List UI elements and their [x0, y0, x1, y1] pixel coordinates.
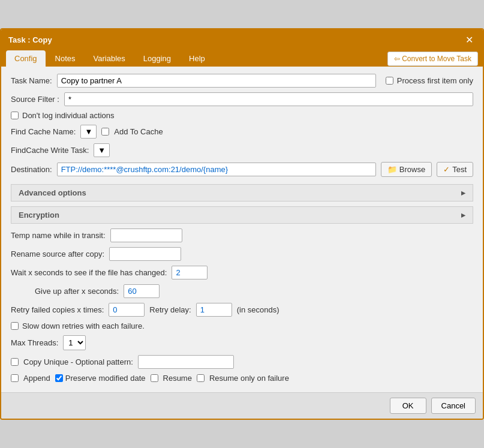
tab-help[interactable]: Help	[181, 50, 214, 67]
encryption-toggle-icon: ▸	[461, 211, 465, 220]
give-up-input[interactable]	[124, 284, 160, 298]
resume-only-failure-checkbox[interactable]	[197, 374, 205, 382]
advanced-options-header[interactable]: Advanced options ▸	[11, 184, 473, 202]
slow-down-row: Slow down retries with each failure.	[11, 321, 473, 330]
copy-unique-checkbox[interactable]	[11, 358, 19, 366]
source-filter-input[interactable]	[64, 92, 473, 106]
resume-checkbox[interactable]	[151, 374, 158, 382]
dont-log-row: Don't log individual actions	[11, 111, 473, 120]
config-content: Task Name: Process first item only Sourc…	[1, 67, 483, 392]
temp-name-label: Temp name while in transit:	[11, 231, 106, 240]
slow-down-label: Slow down retries with each failure.	[22, 321, 145, 330]
resume-only-failure-label: Resume only on failure	[209, 374, 289, 383]
task-name-row: Task Name: Process first item only	[11, 74, 473, 88]
preserve-modified-label: Preserve modified date	[65, 374, 146, 383]
temp-name-row: Temp name while in transit:	[11, 228, 473, 242]
check-icon: ✓	[443, 165, 450, 174]
convert-to-move-button[interactable]: ⇦ Convert to Move Task	[387, 52, 478, 66]
cancel-button[interactable]: Cancel	[431, 398, 476, 414]
copy-unique-row: Copy Unique - Optional pattern:	[11, 355, 473, 369]
dialog-footer: OK Cancel	[1, 392, 483, 419]
append-checkbox[interactable]	[11, 374, 19, 382]
wait-seconds-label: Wait x seconds to see if the file has ch…	[11, 268, 167, 277]
wait-seconds-input[interactable]	[172, 266, 208, 279]
browse-button[interactable]: 📁 Browse	[381, 162, 432, 177]
resume-label: Resume	[163, 374, 192, 383]
tab-config[interactable]: Config	[6, 50, 46, 67]
retry-failed-label: Retry failed copies x times:	[11, 305, 104, 314]
encryption-label: Encryption	[19, 211, 59, 220]
advanced-options-toggle-icon: ▸	[461, 188, 465, 197]
destination-input[interactable]	[57, 163, 376, 176]
find-cache-row: Find Cache Name: ▼ Add To Cache	[11, 125, 473, 139]
source-filter-label: Source Filter :	[11, 95, 59, 104]
source-filter-row: Source Filter :	[11, 92, 473, 106]
tab-variables[interactable]: Variables	[85, 50, 134, 67]
advanced-options-label: Advanced options	[19, 188, 86, 197]
findcache-write-label: FindCache Write Task:	[11, 146, 89, 155]
task-copy-dialog: Task : Copy ✕ Config Notes Variables Log…	[0, 28, 484, 420]
tab-notes[interactable]: Notes	[47, 50, 84, 67]
max-threads-select[interactable]: 1 2 4 8	[63, 335, 86, 350]
retry-failed-row: Retry failed copies x times: Retry delay…	[11, 303, 473, 317]
findcache-write-row: FindCache Write Task: ▼	[11, 143, 473, 157]
give-up-label: Give up after x seconds:	[35, 287, 119, 296]
give-up-row: Give up after x seconds:	[11, 284, 473, 298]
copy-unique-input[interactable]	[138, 355, 234, 369]
ok-button[interactable]: OK	[390, 398, 426, 414]
find-cache-dropdown[interactable]: ▼	[80, 125, 97, 139]
folder-icon: 📁	[387, 165, 397, 174]
temp-name-input[interactable]	[110, 228, 182, 242]
max-threads-label: Max Threads:	[11, 338, 58, 347]
rename-source-input[interactable]	[109, 247, 181, 261]
add-to-cache-checkbox[interactable]	[101, 128, 109, 136]
process-first-checkbox[interactable]	[386, 77, 393, 85]
findcache-write-dropdown[interactable]: ▼	[94, 143, 110, 157]
close-button[interactable]: ✕	[463, 34, 476, 46]
find-cache-label: Find Cache Name:	[11, 127, 76, 136]
dont-log-label: Don't log individual actions	[22, 111, 115, 120]
max-threads-row: Max Threads: 1 2 4 8	[11, 335, 473, 350]
destination-row: Destination: 📁 Browse ✓ Test	[11, 162, 473, 177]
content-area: Task Name: Process first item only Sourc…	[1, 67, 483, 392]
bottom-checkboxes-row: Append Preserve modified date Resume Res…	[11, 374, 473, 383]
rename-source-row: Rename source after copy:	[11, 247, 473, 261]
process-first-row: Process first item only	[386, 76, 473, 85]
slow-down-checkbox[interactable]	[11, 322, 19, 330]
task-name-label: Task Name:	[11, 76, 52, 85]
tab-logging[interactable]: Logging	[135, 50, 179, 67]
rename-source-label: Rename source after copy:	[11, 249, 104, 258]
retry-delay-input[interactable]	[196, 303, 232, 317]
dialog-title: Task : Copy	[8, 35, 52, 44]
dont-log-checkbox[interactable]	[11, 112, 19, 119]
task-name-input[interactable]	[57, 74, 376, 88]
tab-bar: Config Notes Variables Logging Help ⇦ Co…	[1, 50, 483, 67]
in-seconds-label: (in seconds)	[237, 305, 279, 314]
preserve-modified-checkbox[interactable]	[55, 374, 63, 382]
test-button[interactable]: ✓ Test	[437, 162, 473, 177]
destination-label: Destination:	[11, 165, 52, 174]
retry-delay-label: Retry delay:	[149, 305, 191, 314]
copy-unique-label: Copy Unique - Optional pattern:	[23, 357, 133, 366]
append-label: Append	[23, 374, 50, 383]
retry-failed-input[interactable]	[109, 303, 145, 317]
title-bar: Task : Copy ✕	[1, 29, 483, 50]
add-to-cache-label: Add To Cache	[114, 127, 163, 136]
wait-seconds-row: Wait x seconds to see if the file has ch…	[11, 266, 473, 279]
process-first-label: Process first item only	[397, 76, 473, 85]
encryption-header[interactable]: Encryption ▸	[11, 206, 473, 224]
